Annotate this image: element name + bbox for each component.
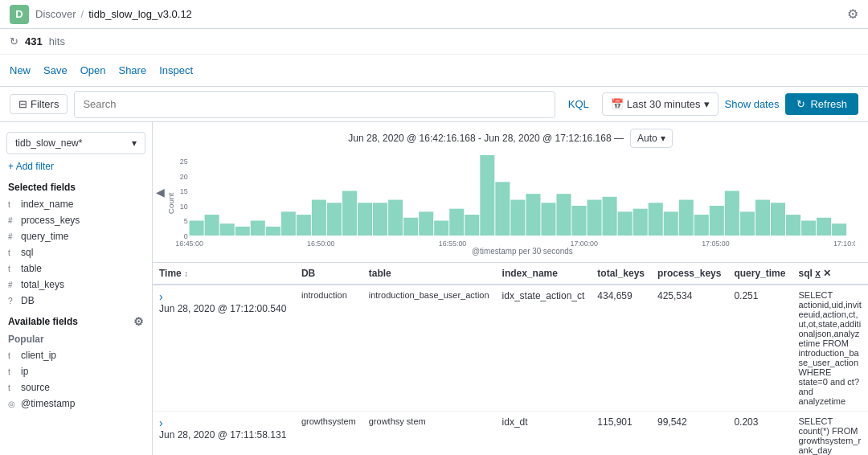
breadcrumb-separator: / <box>81 8 84 20</box>
search-input[interactable] <box>74 91 555 118</box>
svg-rect-33 <box>679 200 694 236</box>
svg-rect-31 <box>649 203 663 236</box>
auto-label: Auto <box>637 133 657 144</box>
sidebar-item-source[interactable]: tsource <box>0 379 152 396</box>
expand-button[interactable]: › <box>159 416 172 429</box>
svg-rect-9 <box>312 200 326 236</box>
calendar-icon: 📅 <box>611 98 624 110</box>
time-picker[interactable]: 📅 Last 30 minutes ▾ <box>602 92 719 116</box>
cell-time: Jun 28, 2020 @ 17:11:58.131 <box>159 429 286 441</box>
refresh-small-icon[interactable]: ↻ <box>10 35 18 47</box>
svg-text:16:45:00: 16:45:00 <box>175 240 203 248</box>
svg-rect-40 <box>786 215 800 236</box>
field-type-icon: ? <box>8 297 16 305</box>
col-sql[interactable]: sql x ✕ <box>792 263 868 285</box>
new-button[interactable]: New <box>10 64 31 76</box>
expand-button[interactable]: › <box>159 290 172 303</box>
col-query-time[interactable]: query_time <box>727 263 792 285</box>
field-name-label: ip <box>21 366 28 377</box>
svg-rect-43 <box>832 223 846 236</box>
save-button[interactable]: Save <box>43 64 68 76</box>
gear-icon[interactable]: ⚙ <box>847 7 858 21</box>
sidebar-item-client_ip[interactable]: tclient_ip <box>0 347 152 363</box>
cell-query-time: 0.203 <box>727 412 792 456</box>
kql-button[interactable]: KQL <box>562 98 596 110</box>
share-button[interactable]: Share <box>118 64 146 76</box>
field-name-label: sql <box>21 247 33 258</box>
svg-rect-36 <box>725 191 739 236</box>
svg-text:17:10:00: 17:10:00 <box>833 240 855 248</box>
sidebar-item-total_keys[interactable]: #total_keys <box>0 277 152 293</box>
filters-button[interactable]: ⊟ Filters <box>10 94 68 114</box>
sort-icon: ↕ <box>184 269 188 278</box>
breadcrumb-discover[interactable]: Discover <box>35 8 76 20</box>
svg-rect-32 <box>664 211 678 236</box>
breadcrumb-index: tidb_slow_log_v3.0.12 <box>88 8 192 20</box>
field-name-label: index_name <box>21 199 73 210</box>
add-filter-button[interactable]: + Add filter <box>0 158 152 175</box>
inspect-button[interactable]: Inspect <box>159 64 193 76</box>
svg-rect-8 <box>297 215 311 236</box>
svg-rect-41 <box>801 220 816 236</box>
cell-total-keys: 434,659 <box>591 285 651 412</box>
svg-rect-34 <box>694 215 709 236</box>
col-total-keys[interactable]: total_keys <box>591 263 651 285</box>
col-table[interactable]: table <box>362 263 496 285</box>
sidebar-item-ip[interactable]: tip <box>0 363 152 379</box>
svg-rect-19 <box>465 215 479 236</box>
svg-rect-10 <box>327 203 342 236</box>
cell-table: introduction_base_user_action <box>362 285 496 412</box>
svg-rect-3 <box>220 223 235 236</box>
field-name-label: query_time <box>21 231 68 242</box>
svg-rect-17 <box>434 220 448 236</box>
available-fields-settings-icon[interactable]: ⚙ <box>133 315 144 328</box>
svg-text:16:50:00: 16:50:00 <box>307 240 335 248</box>
col-time[interactable]: Time ↕ <box>153 263 295 285</box>
cell-index-name: idx_state_action_ct <box>496 285 592 412</box>
table-area[interactable]: Time ↕ DB table index_name total_keys pr… <box>153 263 868 455</box>
auto-selector[interactable]: Auto ▾ <box>630 129 673 148</box>
chart-toggle-icon[interactable]: ◀ <box>156 186 165 199</box>
sidebar-item-index_name[interactable]: tindex_name <box>0 196 152 212</box>
cell-sql: SELECT count(*) FROM growthsystem_rank_d… <box>792 412 868 456</box>
sidebar-item-sql[interactable]: tsql <box>0 244 152 260</box>
sql-close-icon[interactable]: ✕ <box>823 268 831 279</box>
sidebar-item-query_time[interactable]: #query_time <box>0 228 152 244</box>
svg-rect-30 <box>633 209 648 236</box>
main-layout: tidb_slow_new* ▾ + Add filter Selected f… <box>0 122 868 455</box>
svg-rect-18 <box>449 209 464 236</box>
field-name-label: DB <box>21 295 35 306</box>
sql-x-button[interactable]: x <box>815 268 821 279</box>
cell-db: growthsystem <box>295 412 362 456</box>
sidebar-item-DB[interactable]: ?DB <box>0 293 152 309</box>
svg-rect-25 <box>556 194 571 236</box>
histogram-chart: Count 16:45:0016:50:0016:55:0017:00:0017… <box>166 151 855 256</box>
cell-query-time: 0.251 <box>727 285 792 412</box>
svg-rect-1 <box>190 220 204 236</box>
svg-text:0: 0 <box>184 232 188 240</box>
chart-area: ◀ Jun 28, 2020 @ 16:42:16.168 - Jun 28, … <box>153 122 868 263</box>
cell-time: Jun 28, 2020 @ 17:12:00.540 <box>159 303 286 314</box>
field-type-icon: ◎ <box>8 400 16 408</box>
col-index-name[interactable]: index_name <box>496 263 592 285</box>
col-process-keys[interactable]: process_keys <box>651 263 727 285</box>
svg-rect-28 <box>603 197 617 236</box>
field-type-icon: t <box>8 351 16 360</box>
svg-rect-37 <box>740 211 755 236</box>
svg-rect-35 <box>710 206 724 236</box>
svg-rect-38 <box>755 200 770 236</box>
field-type-icon: t <box>8 383 16 392</box>
refresh-button[interactable]: ↻ Refresh <box>785 93 858 115</box>
svg-text:25: 25 <box>180 158 188 166</box>
show-dates-button[interactable]: Show dates <box>725 98 780 110</box>
col-db[interactable]: DB <box>295 263 362 285</box>
index-pattern-selector[interactable]: tidb_slow_new* ▾ <box>6 132 145 154</box>
field-type-icon: t <box>8 200 16 209</box>
svg-rect-23 <box>526 194 540 236</box>
sidebar-item-process_keys[interactable]: #process_keys <box>0 212 152 228</box>
svg-text:17:05:00: 17:05:00 <box>702 240 730 248</box>
sidebar-item-@timestamp[interactable]: ◎@timestamp <box>0 396 152 412</box>
open-button[interactable]: Open <box>80 64 106 76</box>
sidebar-item-table[interactable]: ttable <box>0 260 152 277</box>
cell-total-keys: 115,901 <box>591 412 651 456</box>
